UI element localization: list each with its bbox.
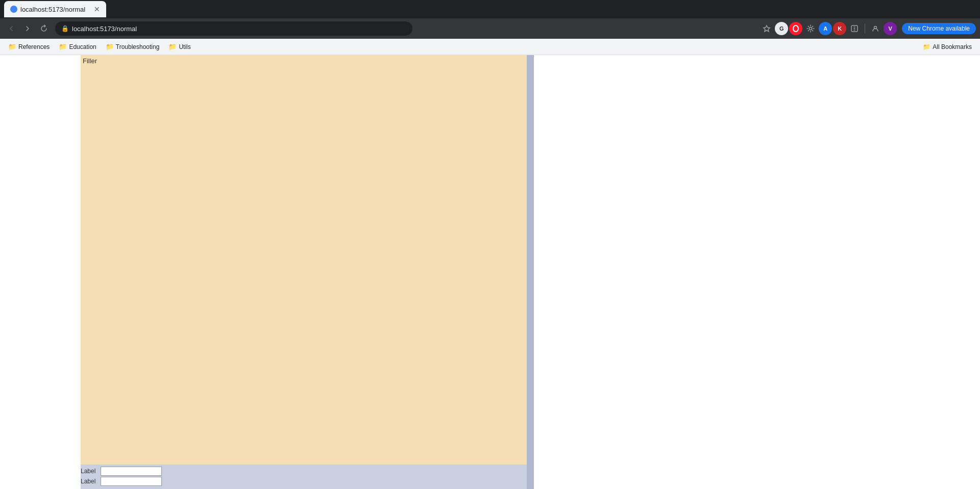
lock-icon: 🔒	[61, 25, 69, 32]
form-label-1: Label	[81, 468, 99, 475]
user-avatar-opera[interactable]	[789, 22, 802, 35]
bookmark-troubleshooting-label: Troubleshooting	[116, 43, 160, 50]
nav-bar: 🔒 localhost:5173/normal G A K	[0, 18, 980, 39]
form-row-2: Label	[81, 477, 527, 486]
tab-close-icon[interactable]: ✕	[94, 5, 100, 13]
extensions-button[interactable]	[847, 21, 862, 36]
user-avatar-red[interactable]: K	[833, 22, 846, 35]
tab-title: localhost:5173/normal	[20, 6, 85, 13]
form-input-1[interactable]	[101, 467, 162, 476]
profiles-button[interactable]	[868, 21, 883, 36]
form-input-2[interactable]	[101, 477, 162, 486]
bookmark-references-label: References	[18, 43, 50, 50]
forward-button[interactable]	[20, 21, 35, 36]
svg-point-0	[10, 6, 17, 13]
svg-point-2	[793, 25, 798, 32]
tab-favicon	[10, 6, 17, 13]
address-bar[interactable]: 🔒 localhost:5173/normal	[55, 21, 412, 36]
reload-button[interactable]	[37, 21, 51, 36]
bookmarks-folder-icon: 📁	[923, 43, 930, 50]
bookmark-references[interactable]: 📁 References	[4, 41, 54, 53]
bookmark-utils[interactable]: 📁 Utils	[164, 41, 194, 53]
svg-marker-1	[764, 25, 770, 32]
user-avatar-1[interactable]: G	[775, 22, 788, 35]
far-right-margin	[534, 55, 980, 489]
bookmark-troubleshooting[interactable]: 📁 Troubleshooting	[102, 41, 164, 53]
bookmark-education-label: Education	[69, 43, 96, 50]
folder-icon: 📁	[106, 43, 114, 50]
chrome-settings-button[interactable]	[803, 21, 818, 36]
bookmarks-right: 📁 All Bookmarks	[919, 41, 976, 53]
folder-icon: 📁	[8, 43, 16, 50]
user-avatar-a[interactable]: A	[819, 22, 832, 35]
user-avatar-v[interactable]: V	[884, 22, 897, 35]
folder-icon: 📁	[168, 43, 177, 50]
all-bookmarks-item[interactable]: 📁 All Bookmarks	[919, 41, 976, 53]
url-text: localhost:5173/normal	[72, 25, 137, 33]
svg-point-3	[810, 28, 812, 30]
browser-chrome: localhost:5173/normal ✕ 🔒 localhost:5173…	[0, 0, 980, 39]
bookmarks-bar: 📁 References 📁 Education 📁 Troubleshooti…	[0, 39, 980, 55]
main-content-area: Filler Label Label	[81, 55, 527, 489]
scrollbar-track[interactable]	[527, 55, 534, 489]
nav-right-buttons: G A K V New Chrome available	[760, 21, 976, 36]
active-tab[interactable]: localhost:5173/normal ✕	[4, 1, 106, 17]
folder-icon: 📁	[59, 43, 67, 50]
form-label-2: Label	[81, 478, 99, 485]
all-bookmarks-label: All Bookmarks	[933, 43, 972, 50]
bookmark-utils-label: Utils	[179, 43, 190, 50]
page-content: Filler Label Label	[0, 55, 980, 489]
left-margin	[0, 55, 81, 489]
bookmark-star-button[interactable]	[760, 21, 774, 36]
tab-bar: localhost:5173/normal ✕	[0, 0, 980, 18]
bookmark-education[interactable]: 📁 Education	[55, 41, 100, 53]
new-chrome-button[interactable]: New Chrome available	[902, 23, 976, 34]
form-row-1: Label	[81, 467, 527, 476]
filler-text: Filler	[83, 57, 97, 65]
back-button[interactable]	[4, 21, 18, 36]
nav-divider	[865, 23, 865, 34]
bottom-form: Label Label	[81, 465, 527, 489]
